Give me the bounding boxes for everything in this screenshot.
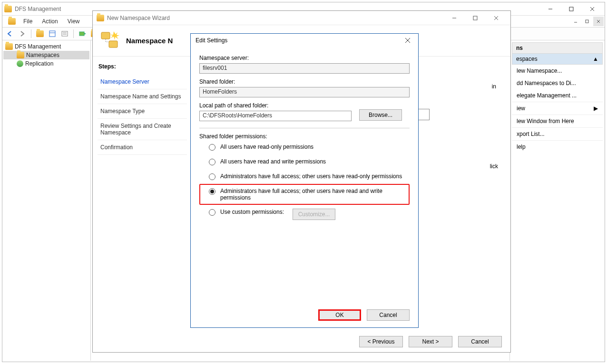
nav-back-icon[interactable] [5, 29, 15, 38]
edit-settings-dialog: Edit Settings Namespace server: filesrv0… [190, 33, 419, 328]
action-delegate[interactable]: elegate Management ... [512, 89, 603, 102]
replication-icon [17, 60, 23, 67]
action-add-namespaces[interactable]: dd Namespaces to Di... [512, 77, 603, 89]
wizard-next-button[interactable]: Next > [409, 336, 452, 347]
step-review[interactable]: Review Settings and Create Namespace [98, 119, 187, 140]
action-view[interactable]: iew▶ [512, 102, 603, 115]
label-local-path: Local path of shared folder: [199, 102, 410, 109]
input-ns-server: filesrv001 [199, 63, 410, 74]
menu-view[interactable]: View [64, 17, 84, 26]
perm-radio-admin-readonly[interactable]: Administrators have full access; other u… [199, 169, 410, 184]
svg-rect-5 [586, 20, 588, 23]
svg-marker-21 [110, 31, 119, 40]
svg-line-3 [590, 7, 594, 11]
dialog-title: Edit Settings [196, 37, 402, 44]
step-confirmation[interactable]: Confirmation [98, 140, 187, 155]
wizard-maximize-button[interactable] [465, 12, 486, 24]
perm-radio-readonly[interactable]: All users have read-only permissions [199, 140, 410, 154]
radio-icon [209, 209, 215, 216]
perm-radio-admin-readwrite[interactable]: Administrators have full access; other u… [199, 184, 410, 205]
actions-header: ns [512, 42, 603, 54]
wizard-close-button[interactable] [486, 12, 507, 24]
toolbar-icon-1[interactable] [35, 29, 45, 38]
folder-icon [5, 43, 13, 50]
dialog-close-button[interactable] [402, 34, 413, 47]
svg-rect-1 [569, 7, 573, 11]
label-permissions: Shared folder permissions: [199, 133, 410, 140]
toolbar-icon-4[interactable] [78, 29, 87, 38]
svg-rect-10 [62, 31, 68, 36]
menubar-icon [8, 18, 16, 25]
svg-line-22 [405, 38, 410, 43]
label-shared: Shared folder: [199, 78, 410, 85]
customize-button: Customize... [293, 209, 335, 220]
tree-root[interactable]: DFS Management [3, 42, 89, 51]
svg-rect-20 [109, 41, 117, 48]
radio-icon [209, 173, 215, 180]
label-ns-server: Namespace server: [199, 55, 410, 61]
app-icon [4, 6, 12, 12]
svg-rect-19 [101, 32, 110, 39]
chevron-right-icon: ▶ [594, 105, 598, 112]
toolbar-icon-3[interactable] [60, 29, 69, 38]
action-export[interactable]: xport List... [512, 127, 603, 140]
svg-marker-14 [84, 33, 86, 35]
svg-line-6 [597, 20, 600, 23]
tree-replication[interactable]: Replication [3, 59, 89, 68]
namespace-icon [17, 52, 24, 58]
input-local-path[interactable]: C:\DFSRoots\HomeFolders [199, 111, 352, 121]
svg-line-7 [597, 20, 600, 23]
perm-radio-custom[interactable]: Use custom permissions: Customize... [199, 205, 410, 224]
action-new-namespace[interactable]: lew Namespace... [512, 65, 603, 77]
dialog-titlebar: Edit Settings [191, 34, 418, 47]
wizard-cancel-button[interactable]: Cancel [458, 336, 502, 347]
step-namespace-server[interactable]: Namespace Server [98, 75, 187, 89]
dialog-cancel-button[interactable]: Cancel [367, 309, 410, 321]
tree-namespaces[interactable]: Namespaces [3, 51, 89, 59]
perm-radio-readwrite[interactable]: All users have read and write permission… [199, 154, 410, 169]
toolbar-icon-2[interactable] [48, 29, 57, 38]
svg-rect-16 [473, 16, 477, 20]
minimize-button[interactable] [540, 3, 561, 15]
svg-line-2 [590, 7, 594, 11]
radio-icon [209, 159, 215, 165]
actions-sub[interactable]: espaces▲ [512, 54, 603, 65]
radio-icon [209, 188, 215, 195]
wizard-icon [97, 15, 104, 21]
mdi-restore-button[interactable] [582, 17, 592, 26]
maximize-button[interactable] [561, 3, 582, 15]
wizard-footer: < Previous Next > Cancel [359, 336, 502, 347]
wizard-steps: Steps: Namespace Server Namespace Name a… [93, 57, 192, 332]
steps-title: Steps: [98, 63, 186, 70]
input-shared: HomeFolders [199, 87, 410, 97]
wizard-header-icon [99, 30, 120, 51]
menu-action[interactable]: Action [38, 17, 61, 26]
svg-line-23 [405, 38, 410, 43]
nav-tree: DFS Management Namespaces Replication [2, 40, 91, 361]
svg-line-18 [494, 16, 498, 20]
actions-panel: ns espaces▲ lew Namespace... dd Namespac… [509, 40, 605, 361]
wizard-minimize-button[interactable] [444, 12, 465, 24]
mdi-minimize-button[interactable] [570, 17, 581, 26]
step-name-settings[interactable]: Namespace Name and Settings [98, 89, 187, 104]
radio-icon [209, 144, 215, 151]
close-button[interactable] [582, 3, 603, 15]
collapse-icon: ▲ [593, 56, 598, 62]
wizard-titlebar: New Namespace Wizard [93, 11, 510, 25]
ok-button[interactable]: OK [318, 309, 361, 321]
action-help[interactable]: lelp [512, 140, 603, 153]
menu-file[interactable]: File [20, 17, 36, 26]
svg-rect-13 [79, 32, 84, 36]
browse-button[interactable]: Browse... [359, 109, 402, 121]
wizard-prev-button[interactable]: < Previous [359, 336, 403, 347]
nav-forward-icon[interactable] [18, 29, 27, 38]
wizard-title-text: New Namespace Wizard [107, 15, 444, 21]
step-type[interactable]: Namespace Type [98, 104, 187, 119]
svg-line-17 [494, 16, 498, 20]
mdi-close-button[interactable] [593, 17, 604, 26]
wizard-header-title: Namespace N [126, 37, 173, 45]
svg-rect-8 [49, 31, 55, 37]
action-new-window[interactable]: lew Window from Here [512, 115, 603, 127]
